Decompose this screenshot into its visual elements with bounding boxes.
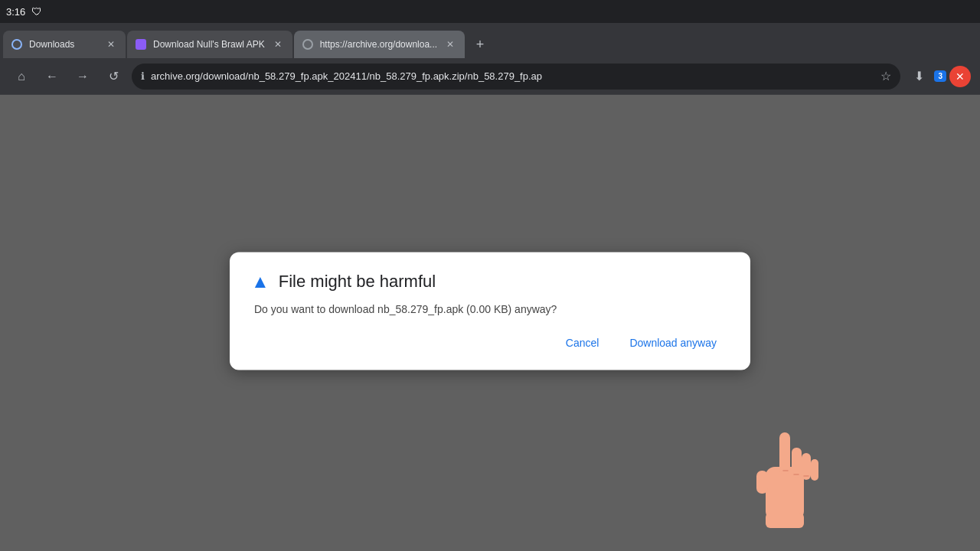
address-text: archive.org/download/nb_58.279_fp.apk_20… <box>151 70 874 82</box>
home-icon: ⌂ <box>18 70 25 83</box>
nav-right-buttons: ⬇ 3 ✕ <box>906 64 971 89</box>
warning-icon: ▲ <box>251 271 270 292</box>
tab-brawl-close[interactable]: ✕ <box>271 37 285 51</box>
download-button[interactable]: ⬇ <box>906 64 931 89</box>
tab-brawl-label: Download Null's Brawl APK <box>153 39 265 50</box>
svg-rect-4 <box>811 459 818 481</box>
nav-bar: ⌂ ← → ↺ ℹ archive.org/download/nb_58.279… <box>0 58 980 95</box>
bookmark-icon[interactable]: ☆ <box>880 69 891 83</box>
svg-rect-2 <box>792 448 802 478</box>
tab-favicon-downloads <box>11 38 23 51</box>
harmful-file-dialog: ▲ File might be harmful Do you want to d… <box>230 253 750 370</box>
address-bar[interactable]: ℹ archive.org/download/nb_58.279_fp.apk_… <box>132 64 900 90</box>
security-icon: 🛡 <box>31 5 42 18</box>
tab-downloads-label: Downloads <box>29 39 98 50</box>
cursor-hand <box>750 429 819 536</box>
tab-favicon-brawl <box>135 38 147 51</box>
tab-bar: Downloads ✕ Download Null's Brawl APK ✕ … <box>0 23 980 58</box>
download-anyway-button[interactable]: Download anyway <box>617 331 729 355</box>
dialog-body-text: Do you want to download nb_58.279_fp.apk… <box>251 303 729 315</box>
svg-rect-9 <box>766 513 804 528</box>
forward-button[interactable]: → <box>70 64 95 89</box>
svg-rect-1 <box>779 432 790 474</box>
page-content: ▲ File might be harmful Do you want to d… <box>0 95 980 551</box>
back-button[interactable]: ← <box>40 64 64 89</box>
tab-favicon-archive <box>302 38 314 51</box>
cancel-button[interactable]: Cancel <box>554 331 612 355</box>
reload-button[interactable]: ↺ <box>101 64 126 89</box>
home-button[interactable]: ⌂ <box>9 64 34 89</box>
tab-archive[interactable]: https://archive.org/downloa... ✕ <box>294 31 465 58</box>
svg-rect-3 <box>802 453 811 480</box>
reload-icon: ↺ <box>109 69 119 83</box>
back-icon: ← <box>46 70 58 83</box>
forward-icon: → <box>77 70 89 83</box>
dialog-actions: Cancel Download anyway <box>251 331 729 355</box>
new-tab-button[interactable]: + <box>469 34 491 55</box>
dialog-title-row: ▲ File might be harmful <box>251 271 729 292</box>
tab-downloads[interactable]: Downloads ✕ <box>3 31 126 58</box>
dialog-title-text: File might be harmful <box>279 272 436 292</box>
tab-archive-close[interactable]: ✕ <box>443 37 457 51</box>
profile-icon: ✕ <box>956 70 965 83</box>
title-bar: 3:16 🛡 <box>0 0 980 23</box>
clock: 3:16 <box>6 6 25 18</box>
profile-button[interactable]: ✕ <box>949 66 971 87</box>
tab-downloads-close[interactable]: ✕ <box>104 37 118 51</box>
svg-rect-0 <box>766 467 804 520</box>
svg-rect-5 <box>756 471 768 494</box>
info-icon: ℹ <box>141 70 145 82</box>
tab-archive-label: https://archive.org/downloa... <box>320 39 437 50</box>
tab-count-badge[interactable]: 3 <box>934 70 946 82</box>
tab-brawl[interactable]: Download Null's Brawl APK ✕ <box>127 31 292 58</box>
download-icon: ⬇ <box>914 69 924 83</box>
